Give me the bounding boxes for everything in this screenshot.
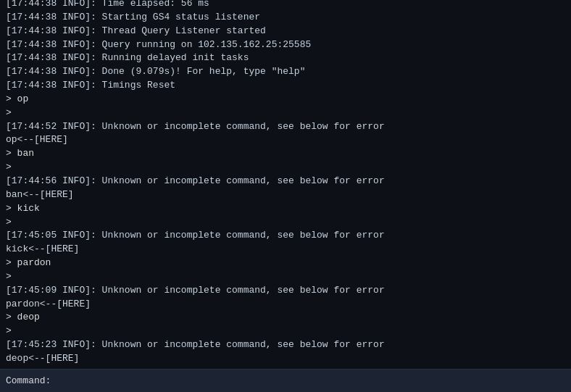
terminal-line: > — [6, 325, 565, 338]
terminal-line: > — [6, 270, 565, 284]
terminal-line: [17:44:38 INFO]: Timings Reset — [6, 79, 565, 93]
terminal-line: > — [6, 107, 565, 120]
terminal-line: > kick — [6, 202, 565, 216]
terminal-line: > — [6, 161, 565, 175]
terminal-line: pardon<--[HERE] — [6, 298, 565, 312]
terminal-line: [17:44:38 INFO]: Time elapsed: 56 ms — [6, 0, 565, 11]
command-label: Command: — [6, 375, 51, 386]
terminal-line: [17:44:52 INFO]: Unknown or incomplete c… — [6, 120, 565, 134]
terminal-line: kick<--[HERE] — [6, 243, 565, 257]
terminal-line: [17:44:38 INFO]: Running delayed init ta… — [6, 51, 565, 65]
terminal-line: [17:44:56 INFO]: Unknown or incomplete c… — [6, 175, 565, 188]
terminal-line: [17:45:23 INFO]: Unknown or incomplete c… — [6, 338, 565, 352]
terminal-line: > op — [6, 93, 565, 107]
command-input[interactable] — [54, 375, 565, 386]
terminal-line: > — [6, 216, 565, 230]
terminal-line: [17:44:38 INFO]: Starting GS4 status lis… — [6, 11, 565, 25]
terminal-line: [17:44:38 INFO]: Query running on 102.13… — [6, 38, 565, 52]
terminal-line: [17:45:09 INFO]: Unknown or incomplete c… — [6, 284, 565, 298]
terminal-line: ban<--[HERE] — [6, 188, 565, 202]
terminal-line: > pardon — [6, 257, 565, 270]
terminal-line: [17:44:38 INFO]: Thread Query Listener s… — [6, 25, 565, 38]
terminal-output: [17:44:38 INFO]: Time elapsed: 56 ms[17:… — [0, 0, 571, 369]
terminal-line: [17:45:05 INFO]: Unknown or incomplete c… — [6, 229, 565, 243]
terminal-line: > ban — [6, 147, 565, 161]
terminal-line: [17:44:38 INFO]: Done (9.079s)! For help… — [6, 65, 565, 79]
terminal-line: deop<--[HERE] — [6, 352, 565, 366]
command-bar: Command: — [0, 369, 571, 392]
terminal-line: > deop — [6, 311, 565, 325]
terminal-line: op<--[HERE] — [6, 133, 565, 147]
